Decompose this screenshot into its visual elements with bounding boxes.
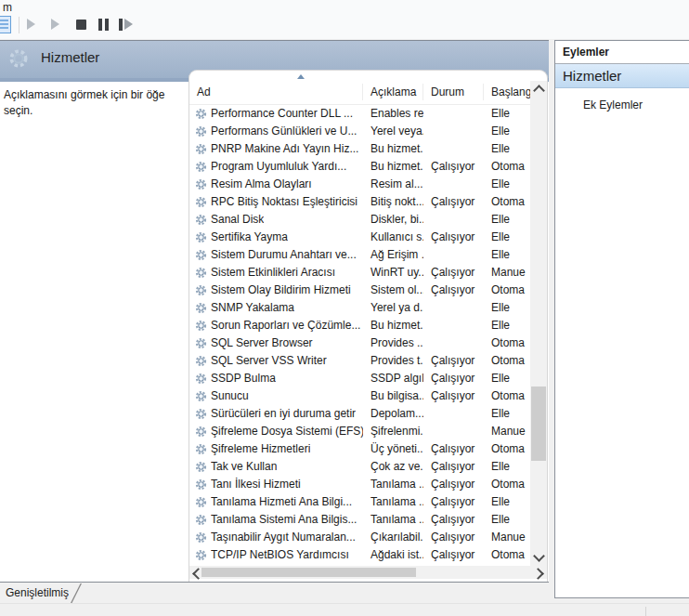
service-status-cell [423, 211, 484, 229]
service-name-cell: Tak ve Kullan [189, 458, 363, 476]
table-row[interactable]: Sanal DiskDiskler, bi...Elle [189, 211, 530, 229]
table-row[interactable]: Tanı İlkesi HizmetiTanılama ...Çalışıyor… [189, 476, 530, 493]
tab-genisletilmis[interactable]: Genişletilmiş [0, 583, 82, 604]
table-row[interactable]: TCP/IP NetBIOS YardımcısıAğdaki ist...Ça… [189, 546, 530, 564]
service-gear-icon [195, 514, 207, 526]
service-gear-icon [195, 496, 207, 508]
table-row[interactable]: Sistem Olay Bildirim HizmetiSistem ol...… [189, 282, 530, 299]
table-row[interactable]: Sistem Etkinlikleri AracısıWinRT uy...Ça… [189, 264, 530, 282]
service-status-cell [423, 405, 484, 423]
table-row[interactable]: SunucuBu bilgisa...ÇalışıyorOtoma [189, 387, 530, 405]
service-startup-cell: Elle [484, 229, 530, 246]
table-row[interactable]: Performans Günlükleri ve U...Yerel veya.… [189, 123, 530, 140]
service-description-cell: Ağdaki ist... [363, 546, 423, 564]
actions-item-ek-eylemler[interactable]: Ek Eylemler [555, 98, 689, 111]
service-name-cell: SSDP Bulma [189, 370, 363, 387]
table-row[interactable]: SQL Server BrowserProvides ...Otoma [189, 334, 530, 352]
service-status-cell [423, 334, 484, 352]
service-name-cell: Sorun Raporları ve Çözümle... [189, 317, 363, 334]
service-description-cell: Kullanıcı s... [363, 229, 423, 246]
service-description-cell: SSDP algıl... [363, 370, 423, 387]
table-row[interactable]: Sorun Raporları ve Çözümle...Bu hizmet..… [189, 317, 530, 334]
table-row[interactable]: Sistem Durumu Anahtarı ve...Ağ Erişim ..… [189, 246, 530, 264]
pause-service-icon[interactable] [98, 19, 110, 31]
table-row[interactable]: RPC Bitiş Noktası EşleştiricisiBitiş nok… [189, 193, 530, 211]
table-row[interactable]: Resim Alma OlaylarıResim al...Elle [189, 176, 530, 193]
service-gear-icon [195, 178, 207, 190]
table-row[interactable]: Program Uyumluluk Yardı...Bu hizmet...Ça… [189, 158, 530, 176]
pane-bottom-border [0, 582, 549, 583]
service-status-cell [423, 140, 484, 158]
service-name-cell: SQL Server VSS Writer [189, 352, 363, 370]
service-description-cell: Çıkarılabil... [363, 529, 423, 546]
scroll-up-icon[interactable] [533, 85, 545, 97]
service-description-cell: Diskler, bi... [363, 211, 423, 229]
console-window-icon[interactable] [0, 16, 11, 33]
service-name-cell: Performance Counter DLL ... [189, 105, 363, 123]
table-row[interactable]: Taşınabilir Aygıt Numaralan...Çıkarılabi… [189, 529, 530, 546]
service-description-cell: Üç yöneti... [363, 440, 423, 458]
service-gear-icon [195, 549, 207, 561]
tab-label[interactable]: Standart [83, 586, 124, 599]
service-gear-icon [195, 443, 207, 455]
service-name-cell: Taşınabilir Aygıt Numaralan... [189, 529, 363, 546]
start-service-icon[interactable] [51, 19, 59, 30]
table-row[interactable]: Performance Counter DLL ...Enables re...… [189, 105, 530, 123]
service-status-cell: Çalışıyor [423, 158, 484, 176]
service-name-cell: Şifreleme Hizmetleri [189, 440, 363, 458]
service-status-cell: Çalışıyor [423, 458, 484, 476]
table-row[interactable]: Tanılama Sistemi Ana Bilgis...Tanılama .… [189, 511, 530, 529]
start-service-icon[interactable] [27, 19, 35, 30]
table-row[interactable]: Tak ve KullanÇok az ve...ÇalışıyorElle [189, 458, 530, 476]
column-header-status[interactable]: Durum [423, 80, 484, 104]
column-header-description[interactable]: Açıklama [363, 80, 423, 104]
table-row[interactable]: Tanılama Hizmeti Ana Bilgi...Tanılama ..… [189, 493, 530, 511]
service-status-cell [423, 176, 484, 193]
actions-pane-title: Eylemler [555, 41, 689, 64]
service-status-cell: Çalışıyor [423, 370, 484, 387]
service-gear-icon [195, 320, 207, 332]
table-row[interactable]: SNMP YakalamaYerel ya d...Elle [189, 299, 530, 317]
service-startup-cell: Elle [484, 370, 530, 387]
status-bar-divider [645, 607, 646, 616]
tab-label[interactable]: Genişletilmiş [6, 586, 69, 599]
vertical-scrollbar-thumb[interactable] [531, 387, 546, 461]
table-row[interactable]: SSDP BulmaSSDP algıl...ÇalışıyorElle [189, 370, 530, 387]
service-startup-cell: Elle [484, 299, 530, 317]
service-description-cell: Depolam... [363, 405, 423, 423]
scroll-right-icon[interactable] [532, 568, 544, 580]
service-description-cell: Yerel ya d... [363, 299, 423, 317]
column-header-startup[interactable]: Başlangıç [484, 80, 530, 104]
table-row[interactable]: PNRP Makine Adı Yayın Hiz...Bu hizmet...… [189, 140, 530, 158]
horizontal-scrollbar[interactable] [189, 566, 547, 579]
horizontal-scrollbar-thumb[interactable] [202, 568, 416, 577]
service-gear-icon [195, 478, 207, 491]
table-row[interactable]: SQL Server VSS WriterProvides t...Çalışı… [189, 352, 530, 370]
service-description-cell: Şifrelenmi... [363, 423, 423, 440]
service-status-cell [423, 105, 484, 123]
menu-item-fragment[interactable]: m [3, 1, 12, 14]
table-row[interactable]: Sürücüleri en iyi duruma getirDepolam...… [189, 405, 530, 423]
service-startup-cell: Manue [484, 423, 530, 440]
actions-group-hizmetler[interactable]: Hizmetler [555, 64, 689, 88]
header-separator [422, 84, 423, 100]
table-row[interactable]: Şifreleme HizmetleriÜç yöneti...Çalışıyo… [189, 440, 530, 458]
scroll-down-icon[interactable] [533, 550, 545, 562]
service-name-cell: Tanılama Sistemi Ana Bilgis... [189, 511, 363, 529]
service-name-cell: RPC Bitiş Noktası Eşleştiricisi [189, 193, 363, 211]
service-status-cell: Çalışıyor [423, 352, 484, 370]
service-startup-cell: Elle [484, 176, 530, 193]
service-description-cell: Bu hizmet... [363, 140, 423, 158]
column-header-name[interactable]: Ad [189, 80, 363, 104]
stop-service-icon[interactable] [76, 20, 86, 30]
table-row[interactable]: Sertifika YaymaKullanıcı s...ÇalışıyorEl… [189, 229, 530, 246]
service-gear-icon [195, 267, 207, 279]
vertical-scrollbar[interactable] [530, 81, 547, 566]
restart-service-icon[interactable] [119, 19, 123, 31]
service-description-cell: Provides t... [363, 352, 423, 370]
header-separator [483, 84, 484, 100]
service-startup-cell: Elle [484, 211, 530, 229]
service-description-cell: Tanılama ... [363, 476, 423, 493]
table-row[interactable]: Şifreleme Dosya Sistemi (EFS)Şifrelenmi.… [189, 423, 530, 440]
restart-service-icon[interactable] [124, 19, 133, 30]
